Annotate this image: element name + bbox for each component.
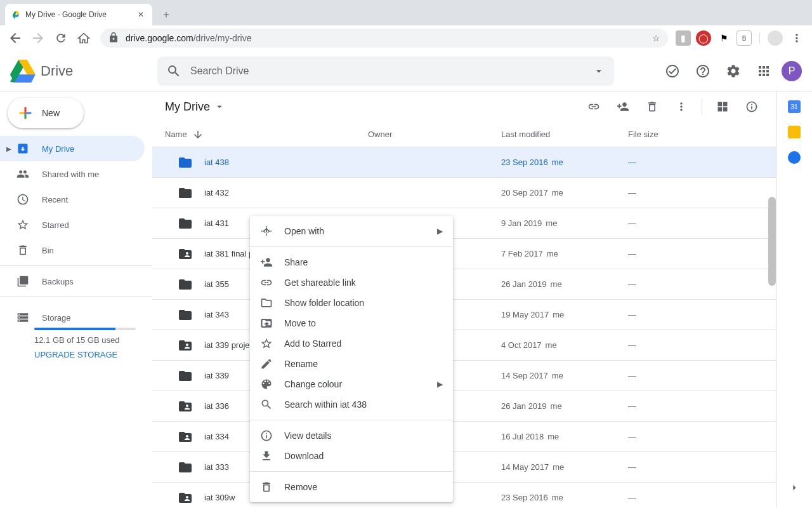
size-cell: — xyxy=(628,340,763,350)
nav-list: ▶My Drive Shared with me Recent Starred … xyxy=(0,136,152,359)
upgrade-link[interactable]: UPGRADE STORAGE xyxy=(34,350,136,359)
size-cell: — xyxy=(628,401,763,411)
get-link-button[interactable] xyxy=(582,95,605,118)
size-cell: — xyxy=(628,371,763,380)
download-icon xyxy=(260,450,273,462)
nav-backups[interactable]: Backups xyxy=(0,269,145,294)
nav-my-drive[interactable]: ▶My Drive xyxy=(0,136,145,161)
ready-offline-icon[interactable] xyxy=(660,58,685,84)
forward-button[interactable] xyxy=(28,28,48,48)
address-bar: drive.google.com/drive/my-drive ☆ ▮ ◯ ⚑ … xyxy=(0,25,812,51)
chrome-menu-button[interactable] xyxy=(787,28,807,48)
folder-icon xyxy=(178,277,193,292)
apps-icon[interactable] xyxy=(751,58,776,84)
drive-logo-text: Drive xyxy=(41,63,73,79)
table-row[interactable]: iat 339 projec 4 Oct 2017me — xyxy=(152,330,776,361)
ctx-show-folder-location[interactable]: Show folder location xyxy=(250,293,453,313)
chevron-right-icon: ▶ xyxy=(437,227,443,236)
storage-bar xyxy=(34,328,136,330)
table-row[interactable]: iat 333 me 14 May 2017me — xyxy=(152,452,776,483)
ctx-change-colour[interactable]: Change colour▶ xyxy=(250,374,453,394)
extension-icon[interactable]: B xyxy=(737,30,752,46)
nav-recent[interactable]: Recent xyxy=(0,187,145,212)
modified-cell: 14 Sep 2017me xyxy=(501,371,628,380)
storage-section: Storage 12.1 GB of 15 GB used UPGRADE ST… xyxy=(0,300,152,359)
url-field[interactable]: drive.google.com/drive/my-drive ☆ xyxy=(100,29,668,48)
ctx-search-within-iat-438[interactable]: Search within iat 438 xyxy=(250,394,453,415)
url-text: drive.google.com/drive/my-drive xyxy=(126,33,646,43)
details-button[interactable] xyxy=(740,95,763,118)
hide-sidepanel-button[interactable] xyxy=(783,476,806,499)
ctx-remove[interactable]: Remove xyxy=(250,477,453,497)
home-button[interactable] xyxy=(74,28,94,48)
expand-icon[interactable]: ▶ xyxy=(6,145,11,152)
nav-bin[interactable]: Bin xyxy=(0,237,145,263)
ctx-add-to-starred[interactable]: Add to Starred xyxy=(250,333,453,354)
size-cell: — xyxy=(628,462,763,472)
settings-icon[interactable] xyxy=(721,58,746,84)
nav-shared[interactable]: Shared with me xyxy=(0,161,145,187)
table-row[interactable]: iat 355 26 Jan 2019me — xyxy=(152,269,776,300)
ctx-share[interactable]: Share xyxy=(250,252,453,272)
scrollbar-thumb[interactable] xyxy=(768,197,776,286)
ctx-get-shareable-link[interactable]: Get shareable link xyxy=(250,272,453,293)
plus-icon xyxy=(16,104,34,122)
table-row[interactable]: iat 431 9 Jan 2019me — xyxy=(152,208,776,239)
support-icon[interactable] xyxy=(690,58,716,84)
browser-tab[interactable]: My Drive - Google Drive ✕ xyxy=(5,4,152,25)
reload-button[interactable] xyxy=(51,28,71,48)
table-row[interactable]: iat 432 20 Sep 2017me — xyxy=(152,178,776,208)
folder-icon xyxy=(178,460,193,475)
ctx-open-with[interactable]: Open with▶ xyxy=(250,221,453,241)
remove-button[interactable] xyxy=(641,95,664,118)
folder-icon xyxy=(178,399,193,414)
account-avatar[interactable]: P xyxy=(782,61,802,81)
modified-cell: 7 Feb 2017me xyxy=(501,249,628,258)
file-name: iat 438 xyxy=(204,157,229,167)
ctx-move-to[interactable]: Move to xyxy=(250,313,453,333)
keep-addon-icon[interactable] xyxy=(788,126,801,138)
search-bar[interactable]: Search Drive xyxy=(157,57,614,86)
ctx-download[interactable]: Download xyxy=(250,446,453,466)
col-modified-header[interactable]: Last modified xyxy=(501,130,628,139)
extension-icon[interactable]: ◯ xyxy=(696,30,711,46)
close-icon[interactable]: ✕ xyxy=(136,10,146,20)
col-size-header[interactable]: File size xyxy=(628,130,763,139)
grid-view-button[interactable] xyxy=(711,95,734,118)
table-row[interactable]: iat 381 final p 7 Feb 2017me — xyxy=(152,239,776,269)
file-name: iat 339 projec xyxy=(204,340,254,350)
col-name-header[interactable]: Name xyxy=(152,129,368,140)
drive-logo[interactable]: Drive xyxy=(10,58,152,84)
search-options-icon[interactable] xyxy=(593,65,605,77)
table-row[interactable]: iat 339 me 14 Sep 2017me — xyxy=(152,361,776,391)
side-panel: 31 xyxy=(776,91,812,508)
tasks-addon-icon[interactable] xyxy=(788,151,801,164)
calendar-addon-icon[interactable]: 31 xyxy=(788,100,801,113)
more-actions-button[interactable] xyxy=(670,95,693,118)
profile-icon[interactable] xyxy=(768,30,783,46)
context-menu: Open with▶ShareGet shareable linkShow fo… xyxy=(250,216,453,502)
ctx-rename[interactable]: Rename xyxy=(250,354,453,374)
nav-starred[interactable]: Starred xyxy=(0,212,145,237)
search-icon xyxy=(260,398,273,411)
col-owner-header[interactable]: Owner xyxy=(368,130,501,139)
share-button[interactable] xyxy=(612,95,634,118)
new-tab-button[interactable]: ＋ xyxy=(157,6,175,23)
new-button[interactable]: New xyxy=(8,98,84,128)
table-row[interactable]: iat 309w 23 Sep 2016me — xyxy=(152,483,776,508)
table-row[interactable]: iat 343 19 May 2017me — xyxy=(152,300,776,330)
lock-icon xyxy=(108,32,119,45)
dropdown-icon xyxy=(214,101,225,112)
move-icon xyxy=(260,317,273,330)
extension-icon[interactable]: ▮ xyxy=(676,30,691,46)
extension-icon[interactable]: ⚑ xyxy=(716,30,731,46)
back-button[interactable] xyxy=(5,28,25,48)
table-row[interactable]: iat 438 23 Sep 2016me — xyxy=(152,147,776,178)
breadcrumb[interactable]: My Drive xyxy=(165,100,225,114)
file-name: iat 431 xyxy=(204,218,229,228)
ctx-view-details[interactable]: View details xyxy=(250,425,453,446)
bookmark-star-icon[interactable]: ☆ xyxy=(652,33,660,43)
table-row[interactable]: iat 336 26 Jan 2019me — xyxy=(152,391,776,422)
size-cell: — xyxy=(628,218,763,228)
table-row[interactable]: iat 334 16 Jul 2018me — xyxy=(152,422,776,452)
